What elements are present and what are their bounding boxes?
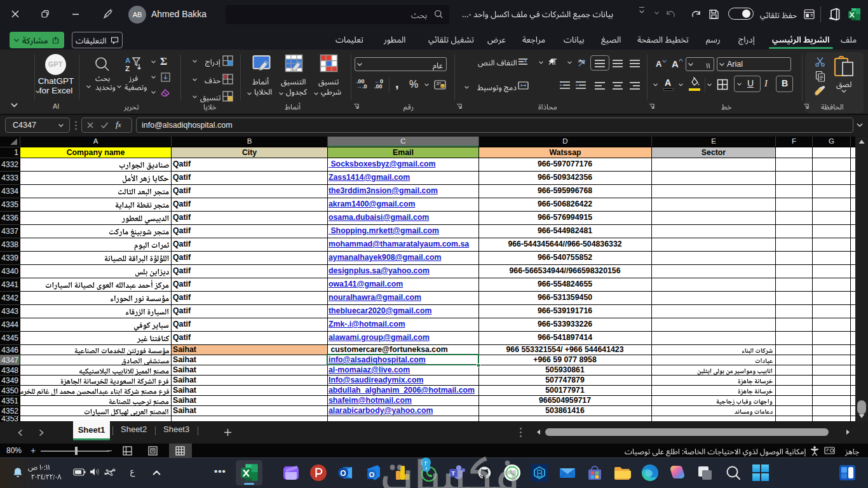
svg-text:O: O (369, 471, 375, 478)
svg-text:a: a (578, 58, 581, 63)
svg-text:A: A (125, 57, 130, 64)
svg-text:Z: Z (125, 65, 130, 72)
svg-text:O: O (340, 469, 346, 478)
